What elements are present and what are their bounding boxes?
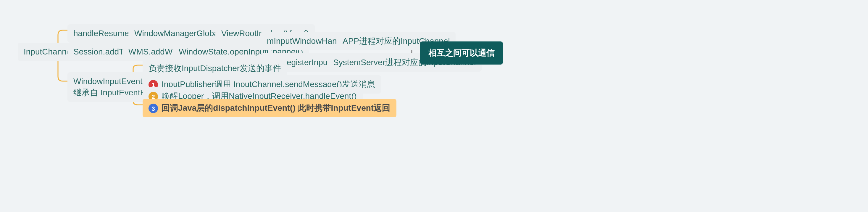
branch3-r3-text: 回调Java层的dispatchInputEvent() 此时携带InputEv… (161, 103, 390, 113)
mindmap-canvas: InputChannel注册 handleResumeActivity() Wi… (6, 9, 868, 124)
branch2-result: 相互之间可以通信 (420, 41, 503, 65)
badge-3-icon: 3 (149, 104, 158, 113)
branch3-r0: 负责接收InputDispatcher发送的事件 (143, 59, 287, 78)
branch3-r3: 3回调Java层的dispatchInputEvent() 此时携带InputE… (143, 99, 396, 117)
